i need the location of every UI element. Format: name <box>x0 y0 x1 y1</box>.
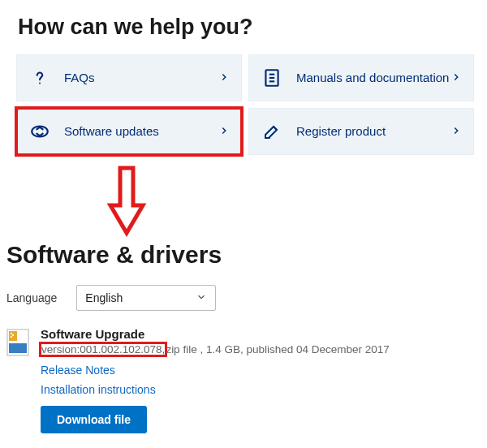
svg-rect-11 <box>9 343 27 353</box>
question-icon <box>28 67 51 89</box>
card-faqs[interactable]: FAQs <box>16 54 242 101</box>
download-version: version:001.002.102.078, <box>41 343 166 355</box>
chevron-right-icon <box>450 70 462 87</box>
chevron-right-icon <box>218 70 230 87</box>
help-card-grid: FAQs Manuals and documentation Software … <box>16 54 474 155</box>
help-heading: How can we help you? <box>18 15 479 40</box>
download-meta: version:001.002.102.078,zip file , 1.4 G… <box>41 343 479 355</box>
card-software-updates[interactable]: Software updates <box>16 108 242 155</box>
card-manuals[interactable]: Manuals and documentation <box>248 54 474 101</box>
svg-rect-9 <box>12 334 14 336</box>
zip-file-icon <box>6 329 29 356</box>
installation-instructions-link[interactable]: Installation instructions <box>41 383 479 396</box>
chevron-right-icon <box>450 123 462 140</box>
update-icon <box>28 120 51 143</box>
svg-rect-10 <box>11 336 12 338</box>
language-value: English <box>85 291 123 304</box>
language-select[interactable]: English <box>76 285 216 311</box>
card-label: Manuals and documentation <box>296 71 450 85</box>
document-icon <box>261 67 283 89</box>
download-file-button[interactable]: Download file <box>41 406 147 433</box>
download-title: Software Upgrade <box>41 327 479 341</box>
download-meta-rest: zip file , 1.4 GB, published 04 December… <box>166 343 389 355</box>
card-register-product[interactable]: Register product <box>248 108 474 155</box>
card-label: Software updates <box>64 124 218 139</box>
chevron-down-icon <box>196 291 207 305</box>
drivers-heading: Software & drivers <box>6 241 479 269</box>
annotation-arrow-icon <box>102 165 151 238</box>
download-item: Software Upgrade version:001.002.102.078… <box>6 327 479 433</box>
svg-point-0 <box>39 83 41 84</box>
card-label: Register product <box>296 124 450 139</box>
card-label: FAQs <box>64 71 218 85</box>
chevron-right-icon <box>218 123 230 140</box>
release-notes-link[interactable]: Release Notes <box>41 364 479 377</box>
language-row: Language English <box>6 285 479 311</box>
svg-rect-8 <box>11 333 12 334</box>
language-label: Language <box>6 291 57 304</box>
pencil-icon <box>261 120 283 143</box>
